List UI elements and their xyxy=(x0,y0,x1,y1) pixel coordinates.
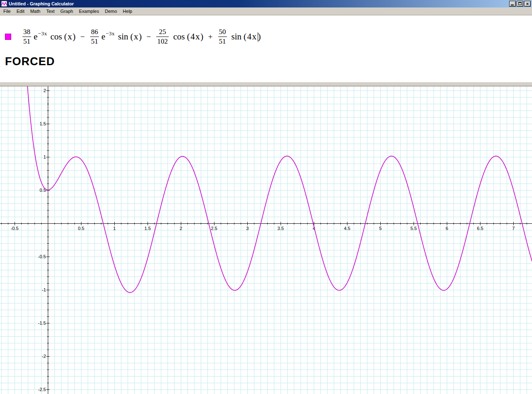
svg-text:1.5: 1.5 xyxy=(145,226,151,231)
fraction-denominator: 51 xyxy=(22,37,31,46)
function-argument-close: ) xyxy=(258,32,262,42)
graph-canvas[interactable]: -0.50.511.522.533.544.555.566.57-2.5-2-1… xyxy=(0,86,532,394)
equation-row[interactable]: 38 51 e −3x cos (x) − 86 51 xyxy=(5,28,532,46)
y-tick-labels: -2.5-2-1.5-1-0.50.511.52 xyxy=(38,88,46,392)
equation-color-swatch[interactable] xyxy=(5,34,11,40)
svg-text:0.5: 0.5 xyxy=(78,226,84,231)
svg-text:-0.5: -0.5 xyxy=(11,226,19,231)
svg-text:5.5: 5.5 xyxy=(411,226,417,231)
menu-edit[interactable]: Edit xyxy=(14,8,27,15)
fraction: 25 102 xyxy=(156,28,169,46)
grid-lines xyxy=(0,86,532,394)
title-bar[interactable]: Untitled - Graphing Calculator × xyxy=(0,0,532,7)
fraction-bar xyxy=(22,37,31,37)
annotation-text[interactable]: FORCED xyxy=(5,55,532,68)
fraction: 50 51 xyxy=(218,28,227,46)
equation-term: 86 51 e −3x sin (x) xyxy=(89,28,143,46)
svg-text:-2: -2 xyxy=(42,354,46,359)
function-name: cos xyxy=(50,32,62,42)
svg-text:-0.5: -0.5 xyxy=(38,254,46,259)
operator-plus: + xyxy=(208,32,213,42)
function-name: sin xyxy=(118,32,128,42)
svg-text:2: 2 xyxy=(43,88,46,93)
fraction-denominator: 51 xyxy=(90,37,99,46)
function-name: sin xyxy=(232,32,242,42)
svg-text:3.5: 3.5 xyxy=(278,226,284,231)
svg-text:-2.5: -2.5 xyxy=(38,387,46,392)
close-icon: × xyxy=(526,1,529,6)
fraction-numerator: 38 xyxy=(22,28,31,36)
fraction-denominator: 51 xyxy=(218,37,227,46)
euler-e: e xyxy=(101,32,105,42)
equation-term: 38 51 e −3x cos (x) xyxy=(21,28,76,46)
app-icon xyxy=(1,1,7,7)
fraction-numerator: 50 xyxy=(218,28,227,36)
menu-examples[interactable]: Examples xyxy=(76,8,102,15)
operator-minus: − xyxy=(80,32,85,42)
fraction-bar xyxy=(90,37,99,37)
operator-minus: − xyxy=(147,32,151,42)
fraction: 38 51 xyxy=(22,28,31,46)
window-title: Untitled - Graphing Calculator xyxy=(9,1,509,6)
menu-math[interactable]: Math xyxy=(27,8,43,15)
fraction-bar xyxy=(218,37,227,37)
svg-text:2: 2 xyxy=(180,226,182,231)
menu-bar: File Edit Math Text Graph Examples Demo … xyxy=(0,7,532,15)
fraction-bar xyxy=(156,37,169,37)
minimize-button[interactable] xyxy=(509,1,516,7)
function-argument: (4x xyxy=(244,32,257,42)
menu-file[interactable]: File xyxy=(0,8,14,15)
svg-text:3: 3 xyxy=(246,226,249,231)
graph-panel: -0.50.511.522.533.544.555.566.57-2.5-2-1… xyxy=(0,86,532,394)
menu-help[interactable]: Help xyxy=(120,8,135,15)
close-button[interactable]: × xyxy=(524,1,531,7)
equation-term: 50 51 sin (4x ) xyxy=(217,28,262,46)
svg-text:1: 1 xyxy=(43,154,46,159)
equation[interactable]: 38 51 e −3x cos (x) − 86 51 xyxy=(21,28,261,46)
panel-splitter[interactable] xyxy=(0,82,532,86)
app-window: Untitled - Graphing Calculator × File Ed… xyxy=(0,0,532,394)
exponent: −3x xyxy=(106,30,115,37)
fraction-denominator: 102 xyxy=(156,37,169,46)
fraction-numerator: 86 xyxy=(90,28,99,36)
svg-text:2.5: 2.5 xyxy=(211,226,217,231)
menu-demo[interactable]: Demo xyxy=(102,8,120,15)
menu-graph[interactable]: Graph xyxy=(57,8,76,15)
x-tick-labels: -0.50.511.522.533.544.555.566.57 xyxy=(11,226,515,231)
svg-text:7: 7 xyxy=(512,226,515,231)
window-controls: × xyxy=(509,1,531,7)
function-argument: (x) xyxy=(64,32,76,42)
svg-text:6: 6 xyxy=(446,226,448,231)
exponent: −3x xyxy=(38,30,47,37)
svg-text:1.5: 1.5 xyxy=(39,121,46,126)
function-name: cos xyxy=(173,32,185,42)
equation-panel: 38 51 e −3x cos (x) − 86 51 xyxy=(0,15,532,82)
svg-text:-1.5: -1.5 xyxy=(38,321,46,325)
restore-icon xyxy=(518,2,522,5)
fraction: 86 51 xyxy=(90,28,99,46)
function-argument: (4x) xyxy=(187,32,204,42)
svg-text:6.5: 6.5 xyxy=(477,226,483,231)
minimize-icon xyxy=(511,5,514,5)
function-argument: (x) xyxy=(131,32,143,42)
axes xyxy=(0,86,532,394)
svg-text:-1: -1 xyxy=(42,287,46,292)
fraction-numerator: 25 xyxy=(158,28,167,36)
euler-e: e xyxy=(34,32,37,42)
restore-button[interactable] xyxy=(517,1,523,7)
equation-term: 25 102 cos (4x) xyxy=(155,28,204,46)
menu-text[interactable]: Text xyxy=(43,8,57,15)
svg-text:4.5: 4.5 xyxy=(344,226,350,231)
svg-text:1: 1 xyxy=(113,226,116,231)
svg-text:5: 5 xyxy=(379,226,382,231)
